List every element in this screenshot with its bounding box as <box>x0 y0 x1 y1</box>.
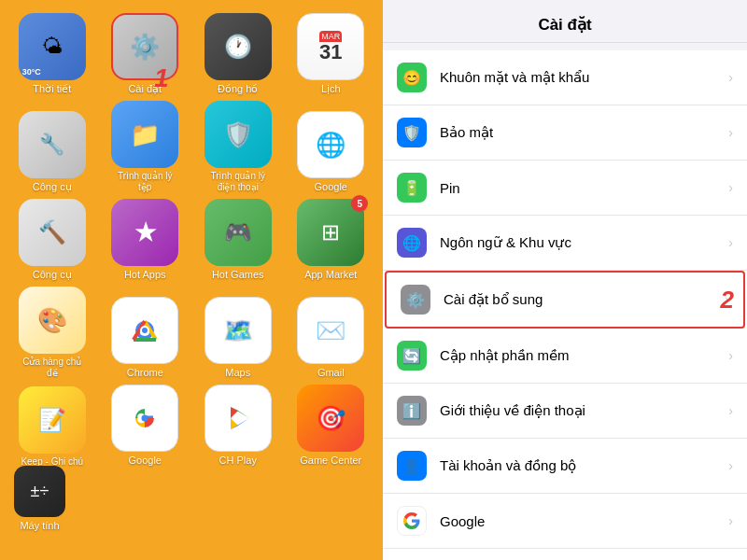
app-item-hotapps[interactable]: ★ Hot Apps <box>102 199 190 281</box>
app-item-keep[interactable]: 📝 Keep - Ghi chú <box>8 385 96 467</box>
weather-icon: 🌤 30°C <box>19 13 86 80</box>
app-item-hotgames[interactable]: 🎮 Hot Games <box>194 199 282 281</box>
app-item-gmail[interactable]: ✉️ Gmail <box>288 287 375 379</box>
weather-label: Thời tiết <box>33 83 71 95</box>
settings-item-security[interactable]: 🛡️ Bảo mật › <box>383 105 747 161</box>
tools2-label: Công cụ <box>33 269 72 281</box>
about-icon: ℹ️ <box>397 396 427 426</box>
svg-marker-6 <box>231 407 238 418</box>
chevron-icon-account: › <box>728 458 733 473</box>
appmarket-icon: ⊞ 5 <box>297 199 364 266</box>
app-item-phonemanager[interactable]: 🛡️ Trình quản lý điện thoại <box>194 101 282 193</box>
store-icon: 🎨 <box>19 287 86 354</box>
svg-point-3 <box>142 328 148 333</box>
settings-item-update[interactable]: 🔄 Cập nhật phần mềm › <box>383 329 747 384</box>
account-icon: 👤 <box>397 451 427 481</box>
extra-label: Cài đặt bổ sung <box>444 291 725 308</box>
tools2-icon: 🔨 <box>19 199 86 266</box>
appmarket-badge: 5 <box>351 195 368 212</box>
hotgames-label: Hot Games <box>212 269 264 281</box>
gamecenter-icon: 🎯 <box>297 385 364 452</box>
battery-icon: 🔋 <box>397 173 427 203</box>
filemanager-icon: 📁 <box>111 101 178 168</box>
app-item-google[interactable]: 🌐 Google <box>288 101 375 193</box>
appmarket-label: App Market <box>304 269 357 281</box>
chevron-icon-about: › <box>728 403 733 418</box>
extra-icon: ⚙️ <box>401 285 430 315</box>
google-settings-label: Google <box>440 513 728 529</box>
app-item-chplay[interactable]: CH Play <box>194 385 282 467</box>
account-label: Tài khoản và đồng bộ <box>440 457 728 474</box>
google-icon: 🌐 <box>297 111 364 178</box>
update-icon: 🔄 <box>397 341 427 371</box>
app-item-tools2[interactable]: 🔨 Công cụ <box>8 199 96 281</box>
settings-item-account[interactable]: 👤 Tài khoản và đồng bộ › <box>383 439 747 494</box>
chplay-label: CH Play <box>219 455 257 467</box>
app-item-tools[interactable]: 🔧 Công cụ <box>8 101 96 193</box>
app-item-maps[interactable]: 🗺️ Maps <box>194 287 282 379</box>
google2-label: Google <box>129 455 162 467</box>
chevron-icon-face: › <box>728 70 733 85</box>
gmail-label: Gmail <box>317 367 345 379</box>
calendar-label: Lịch <box>321 83 341 95</box>
keep-icon: 📝 <box>19 386 86 454</box>
settings-item-extra[interactable]: ⚙️ Cài đặt bổ sung › 2 <box>385 271 745 329</box>
gamecenter-label: Game Center <box>300 455 361 467</box>
chevron-icon-google: › <box>728 513 733 528</box>
right-panel: Cài đặt 😊 Khuôn mặt và mật khẩu › 🛡️ Bảo… <box>383 0 747 560</box>
tools-icon: 🔧 <box>19 111 86 178</box>
settings-item-google[interactable]: Google › <box>383 494 747 549</box>
settings-title: Cài đặt <box>538 16 591 34</box>
hotgames-icon: 🎮 <box>204 199 272 266</box>
app-item-appmarket[interactable]: ⊞ 5 App Market <box>288 199 375 281</box>
chevron-icon-language: › <box>728 235 733 250</box>
chplay-icon <box>204 385 272 452</box>
phonemanager-icon: 🛡️ <box>204 101 272 168</box>
left-panel: 🌤 30°C Thời tiết ⚙️ Cài đặt 🕐 Đồng hồ MA… <box>0 0 383 560</box>
tools-label: Công cụ <box>33 181 72 193</box>
app-item-clock[interactable]: 🕐 Đồng hồ <box>194 13 282 95</box>
maps-label: Maps <box>225 367 250 379</box>
settings-item-battery[interactable]: 🔋 Pin › <box>383 161 747 216</box>
language-icon: 🌐 <box>397 228 427 258</box>
language-label: Ngôn ngữ & Khu vực <box>440 234 728 251</box>
chevron-icon-security: › <box>728 125 733 140</box>
app-item-calculator[interactable]: ±÷ Máy tính <box>14 466 65 532</box>
app-item-google2[interactable]: Google <box>102 385 190 467</box>
calculator-label: Máy tính <box>20 520 59 532</box>
battery-label: Pin <box>440 180 728 196</box>
gmail-icon: ✉️ <box>297 297 364 364</box>
settings-item-about[interactable]: ℹ️ Giới thiệu về điện thoại › <box>383 384 747 439</box>
settings-header: Cài đặt <box>383 0 747 43</box>
step2-label: 2 <box>721 286 734 315</box>
chrome-label: Chrome <box>127 367 163 379</box>
security-label: Bảo mật <box>440 124 728 141</box>
app-item-settings[interactable]: ⚙️ Cài đặt <box>102 13 190 95</box>
calculator-icon: ±÷ <box>14 466 65 517</box>
about-label: Giới thiệu về điện thoại <box>440 402 728 419</box>
app-item-gamecenter[interactable]: 🎯 Game Center <box>288 385 375 467</box>
phonemanager-label: Trình quản lý điện thoại <box>203 171 273 193</box>
google-settings-icon <box>397 506 427 536</box>
bottom-bar: ±÷ Máy tính <box>5 471 378 527</box>
app-item-weather[interactable]: 🌤 30°C Thời tiết <box>8 13 96 95</box>
settings-item-language[interactable]: 🌐 Ngôn ngữ & Khu vực › <box>383 216 747 271</box>
hotapps-label: Hot Apps <box>124 269 166 281</box>
store-label: Cửa hàng chủ đề <box>17 357 87 379</box>
chrome-icon <box>111 297 178 364</box>
maps-icon: 🗺️ <box>204 297 272 364</box>
app-item-calendar[interactable]: MAR 31 Lịch <box>288 13 375 95</box>
update-label: Cập nhật phần mềm <box>440 347 728 364</box>
app-item-store[interactable]: 🎨 Cửa hàng chủ đề <box>8 287 96 379</box>
google2-icon <box>111 385 178 452</box>
chevron-icon-battery: › <box>728 180 733 195</box>
svg-point-4 <box>142 415 148 422</box>
settings-item-face[interactable]: 😊 Khuôn mặt và mật khẩu › <box>383 50 747 105</box>
security-icon: 🛡️ <box>397 118 427 147</box>
face-label: Khuôn mặt và mật khẩu <box>440 69 728 86</box>
filemanager-label: Trình quản lý tệp <box>110 171 180 193</box>
face-icon: 😊 <box>397 63 427 92</box>
chevron-icon-update: › <box>728 348 733 363</box>
app-item-filemanager[interactable]: 📁 Trình quản lý tệp <box>102 101 190 193</box>
app-item-chrome[interactable]: Chrome <box>102 287 190 379</box>
